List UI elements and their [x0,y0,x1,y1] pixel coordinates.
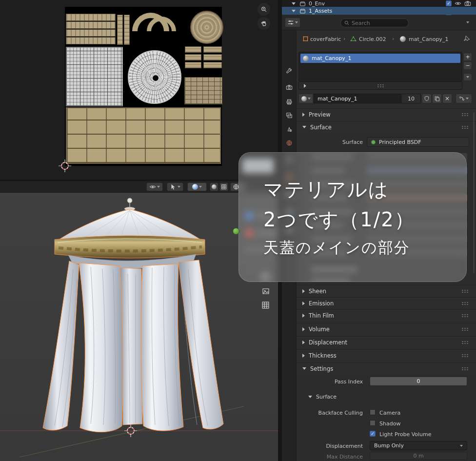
users-count-button[interactable]: 10 [401,94,421,103]
magnifier-icon [260,6,267,13]
tab-render[interactable] [286,84,293,91]
xray-toggle[interactable] [210,182,218,191]
max-distance-field[interactable]: 0 m [370,452,467,460]
slot-list-footer [298,82,462,90]
panel-settings-header[interactable]: Settings [297,362,476,374]
collection-label[interactable]: 0_Env [309,0,325,7]
browse-material-button[interactable] [298,94,313,103]
subpanel-surface-header[interactable]: Surface [303,391,476,402]
material-slot-selected[interactable]: mat_Canopy_1 [300,54,460,63]
camera-icon[interactable] [464,0,471,7]
expand-caret-icon[interactable] [292,10,296,12]
light-probe-volume-checkbox[interactable]: ✓ [370,431,376,437]
shield-icon [424,96,430,101]
surface-shader-button[interactable]: Principled BSDF [367,137,469,147]
new-material-button[interactable] [432,94,442,103]
tab-tool[interactable] [286,67,293,74]
chevron-right-icon [302,301,305,305]
viewport-shading-dropdown[interactable] [187,182,207,191]
breadcrumb-mesh[interactable]: Circle.002 [359,36,386,42]
outliner-row-assets[interactable]: 1_Assets ✓ [282,7,476,15]
grip-handle[interactable] [461,314,469,318]
remove-slot-button[interactable]: − [463,61,472,70]
breadcrumb: coverFabric › Circle.002 › mat_Canopy_1 [297,31,476,47]
outliner: 0_Env ✓ 1_Assets ✓ [282,0,476,15]
panel-sheen-header[interactable]: Sheen [297,285,476,297]
grip-handle[interactable] [461,125,469,129]
grip-handle[interactable] [461,289,469,293]
chevron-down-icon [178,186,180,188]
node-tree-button[interactable] [456,94,472,103]
expand-caret-icon[interactable] [304,84,306,88]
shadow-checkbox-label[interactable]: Shadow [379,421,400,427]
users-count: 10 [408,96,415,102]
shadow-checkbox[interactable] [370,420,376,426]
tab-output[interactable] [286,99,293,105]
check-icon: ✓ [371,432,375,436]
collection-checkbox[interactable]: ✓ [446,0,452,6]
camera-checkbox-label[interactable]: Camera [379,410,400,416]
chevron-down-icon [466,76,469,78]
panel-surface-header[interactable]: Surface [297,121,476,133]
pass-index-label: Pass Index [335,379,363,385]
render-view-gizmo[interactable] [262,287,270,295]
panel-volume-header[interactable]: Volume [297,323,476,335]
panel-title: Settings [310,365,333,372]
search-box[interactable] [340,19,409,27]
panel-thin-film-header[interactable]: Thin Film [297,309,476,321]
tab-view-layer[interactable] [286,112,293,119]
object-type-visibility-dropdown[interactable] [146,182,163,191]
collection-label[interactable]: 1_Assets [309,8,332,14]
scrollbar[interactable] [473,112,475,273]
outliner-row-env[interactable]: 0_Env ✓ [282,0,476,7]
breadcrumb-material[interactable]: mat_Canopy_1 [409,36,448,42]
viewport-3d-area[interactable] [0,181,278,461]
expand-caret-icon[interactable] [292,2,296,5]
pan-gizmo[interactable] [258,17,270,30]
uv-2d-cursor[interactable] [59,160,71,172]
object-icon [302,36,309,42]
camera-checkbox[interactable] [370,409,376,415]
chevron-right-icon [302,289,305,293]
eye-icon[interactable] [455,0,461,7]
zoom-gizmo[interactable] [258,3,270,16]
grip-handle[interactable] [461,301,469,305]
editor-type-button[interactable] [285,18,300,27]
pin-icon[interactable] [463,35,470,42]
fake-user-button[interactable] [422,94,432,103]
chevron-right-icon [302,341,305,344]
tab-scene[interactable] [286,126,293,133]
unlink-material-button[interactable]: × [442,94,452,103]
grip-handle[interactable] [377,84,385,88]
properties-header [282,15,476,30]
light-probe-volume-label[interactable]: Light Probe Volume [379,431,432,438]
grip-handle[interactable] [461,327,469,331]
ortho-grid-gizmo[interactable] [261,301,270,309]
material-slot-name: mat_Canopy_1 [312,55,351,61]
uv-canvas[interactable] [65,7,222,166]
grip-handle[interactable] [461,367,469,371]
pass-index-field[interactable]: 0 [370,377,467,386]
breadcrumb-object[interactable]: coverFabric [310,36,341,42]
panel-displacement-header[interactable]: Displacement [297,336,476,348]
eye-icon [149,183,156,190]
slot-specials-button[interactable] [463,73,472,81]
green-dot [233,228,239,235]
grid-toggle[interactable] [219,182,228,191]
select-tool-dropdown[interactable] [167,182,183,191]
material-name-field[interactable]: mat_Canopy_1 [314,94,401,103]
grip-handle[interactable] [461,113,469,117]
grip-handle[interactable] [461,354,469,358]
tab-world[interactable] [286,140,293,146]
panel-emission-header[interactable]: Emission [297,297,476,309]
uv-editor-area [0,0,278,180]
displacement-dropdown[interactable]: Bump Only [370,441,467,450]
add-slot-button[interactable]: + [463,53,472,61]
canopy-model [0,181,278,461]
chevron-down-icon [157,186,160,188]
panel-preview-header[interactable]: Preview [297,108,476,120]
grip-handle[interactable] [461,341,469,344]
header-options-caret[interactable] [466,21,469,23]
panel-thickness-header[interactable]: Thickness [297,349,476,361]
search-input[interactable] [352,20,400,26]
